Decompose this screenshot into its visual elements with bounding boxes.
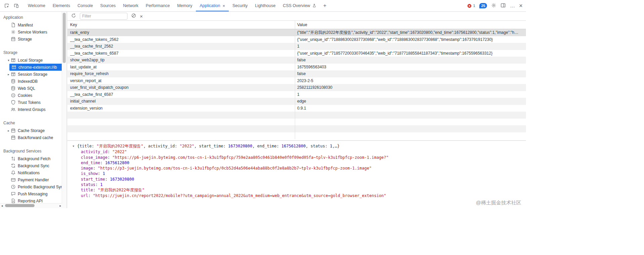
shield-icon — [11, 100, 16, 105]
sidebar-item-web-sql[interactable]: Web SQL — [0, 85, 62, 92]
storage-items-table: rank_entry {"title":"开启我的2022年度报告","acti… — [67, 29, 526, 139]
object-property: close_image: "https://p6-juejin.byteimg.… — [72, 155, 522, 160]
tree-collapsed-arrow[interactable]: ▸ — [6, 73, 11, 76]
refresh-icon — [71, 13, 76, 18]
devtools-window: Welcome Elements Console Sources Network… — [0, 0, 526, 208]
tab-css-overview[interactable]: CSS Overview — [279, 0, 320, 11]
table-row[interactable]: initial_channel edge — [67, 98, 526, 105]
sidebar-horizontal-scrollbar[interactable]: ◂ ▸ — [0, 203, 62, 208]
table-row[interactable]: __tea_cache_tokens_2562 {"user_unique_id… — [67, 36, 526, 43]
sidebar-item-manifest[interactable]: Manifest — [0, 21, 62, 28]
sidebar-item-local-storage[interactable]: ▾ Local Storage — [0, 57, 62, 64]
sidebar-item-notifications[interactable]: Notifications — [0, 169, 62, 176]
issues-count-badge[interactable]: 25 — [479, 3, 487, 8]
tree-collapsed-arrow[interactable]: ▸ — [6, 129, 11, 132]
dock-side-button[interactable] — [500, 3, 506, 9]
sidebar-item-interest-groups[interactable]: Interest Groups — [0, 106, 62, 113]
section-title-cache: Cache — [0, 119, 62, 127]
table-row[interactable]: version_report_at 2023-2-5 — [67, 77, 526, 84]
sidebar-item-reporting-api[interactable]: Reporting API — [0, 197, 62, 203]
clear-ban-icon — [131, 13, 136, 18]
sidebar-item-cache-storage[interactable]: ▸ Cache Storage — [0, 127, 62, 134]
tab-sources[interactable]: Sources — [97, 0, 119, 11]
table-row[interactable]: __tea_cache_first_2562 1 — [67, 43, 526, 50]
tab-bar-right-controls: 1 25 … × — [467, 0, 526, 11]
inspect-element-button[interactable] — [2, 0, 11, 11]
close-icon: × — [519, 2, 523, 9]
panel-tabs: Welcome Elements Console Sources Network… — [24, 0, 330, 11]
vertical-scroll-thumb[interactable] — [63, 13, 66, 63]
table-row[interactable]: show_web2app_tip false — [67, 57, 526, 64]
table-header: Key Value — [67, 21, 526, 29]
clear-all-button[interactable] — [131, 13, 136, 19]
horizontal-scroll-thumb[interactable] — [5, 204, 35, 207]
table-row[interactable]: require_force_refresh false — [67, 70, 526, 77]
sidebar-item-session-storage[interactable]: ▸ Session Storage — [0, 71, 62, 78]
column-header-key[interactable]: Key — [67, 21, 295, 29]
sidebar-vertical-scrollbar[interactable] — [62, 12, 67, 203]
database-icon — [11, 86, 16, 91]
settings-button[interactable] — [491, 3, 496, 9]
tab-security[interactable]: Security — [229, 0, 251, 11]
tab-application[interactable]: Application × — [196, 0, 229, 11]
report-file-icon — [11, 198, 16, 203]
sidebar-item-indexeddb[interactable]: IndexedDB — [0, 78, 62, 85]
gear-icon — [491, 3, 496, 8]
sidebar-item-payment-handler[interactable]: Payment Handler — [0, 176, 62, 183]
sidebar-item-storage[interactable]: Storage — [0, 36, 62, 43]
close-devtools-button[interactable]: × — [519, 3, 523, 9]
scroll-left-arrow[interactable]: ◂ — [0, 203, 4, 208]
column-header-value[interactable]: Value — [295, 21, 526, 29]
table-row[interactable]: extension_version 0.9.1 — [67, 105, 526, 112]
experiment-flask-icon — [312, 4, 316, 8]
sidebar-item-service-workers[interactable]: Service Workers — [0, 28, 62, 36]
manifest-file-icon — [11, 22, 16, 27]
delete-selected-button[interactable]: × — [140, 14, 143, 19]
table-row[interactable]: __tea_cache_tokens_6587 {"user_unique_id… — [67, 50, 526, 57]
tab-elements[interactable]: Elements — [49, 0, 74, 11]
object-properties: activity_id: "2022" close_image: "https:… — [72, 149, 522, 198]
sidebar-item-trust-tokens[interactable]: Trust Tokens — [0, 99, 62, 106]
table-row-empty — [67, 132, 526, 139]
tab-welcome[interactable]: Welcome — [24, 0, 49, 11]
device-toolbar-button[interactable] — [11, 0, 21, 11]
bell-icon — [11, 170, 16, 175]
error-icon — [467, 4, 472, 8]
sidebar-item-background-fetch[interactable]: Background Fetch — [0, 155, 62, 162]
object-property: start_time: 1673020800 — [72, 177, 522, 182]
table-row[interactable]: __tea_cache_first_6587 1 — [67, 91, 526, 98]
storage-toolbar: × — [67, 12, 526, 21]
table-row-selected[interactable]: rank_entry {"title":"开启我的2022年度报告","acti… — [67, 29, 526, 36]
more-tabs-button[interactable]: + — [320, 0, 330, 11]
storage-box-icon — [11, 128, 16, 133]
refresh-button[interactable] — [71, 13, 76, 19]
table-row[interactable]: last_update_at 1675596563403 — [67, 64, 526, 71]
close-tab-icon[interactable]: × — [222, 4, 225, 8]
tree-expanded-arrow[interactable]: ▾ — [6, 59, 11, 62]
tab-memory[interactable]: Memory — [173, 0, 196, 11]
inspect-cursor-icon — [4, 3, 9, 8]
sidebar-item-push-messaging[interactable]: Push Messaging — [0, 190, 62, 197]
tab-performance[interactable]: Performance — [142, 0, 174, 11]
table-row-empty — [67, 119, 526, 126]
error-count-badge[interactable]: 1 — [467, 4, 475, 8]
tab-lighthouse[interactable]: Lighthouse — [251, 0, 279, 11]
table-row[interactable]: user_first_visit_dispatch_coupon 2582111… — [67, 84, 526, 91]
message-icon — [11, 191, 16, 196]
sync-icon — [11, 163, 16, 168]
section-title-application: Application — [0, 13, 62, 21]
value-preview-pane: ▼{title: "开启我的2022年度报告", activity_id: "2… — [67, 140, 526, 208]
tab-console[interactable]: Console — [74, 0, 97, 11]
sidebar-item-localstorage-origin-selected[interactable]: chrome-extension://ib — [9, 64, 62, 71]
object-property: url: "https://juejin.cn/report2022/mobil… — [72, 193, 522, 198]
object-property: status: 1 — [72, 182, 522, 187]
sidebar-item-background-sync[interactable]: Background Sync — [0, 162, 62, 169]
expand-triangle-icon[interactable]: ▼ — [72, 144, 77, 149]
table-icon — [11, 72, 16, 77]
tab-network[interactable]: Network — [119, 0, 142, 11]
sidebar-item-cookies[interactable]: Cookies — [0, 92, 62, 99]
database-icon — [11, 79, 16, 84]
filter-input[interactable] — [80, 13, 127, 20]
sidebar-item-periodic-background-sync[interactable]: Periodic Background Sync — [0, 183, 62, 190]
sidebar-item-back-forward-cache[interactable]: Back/forward cache — [0, 134, 62, 141]
